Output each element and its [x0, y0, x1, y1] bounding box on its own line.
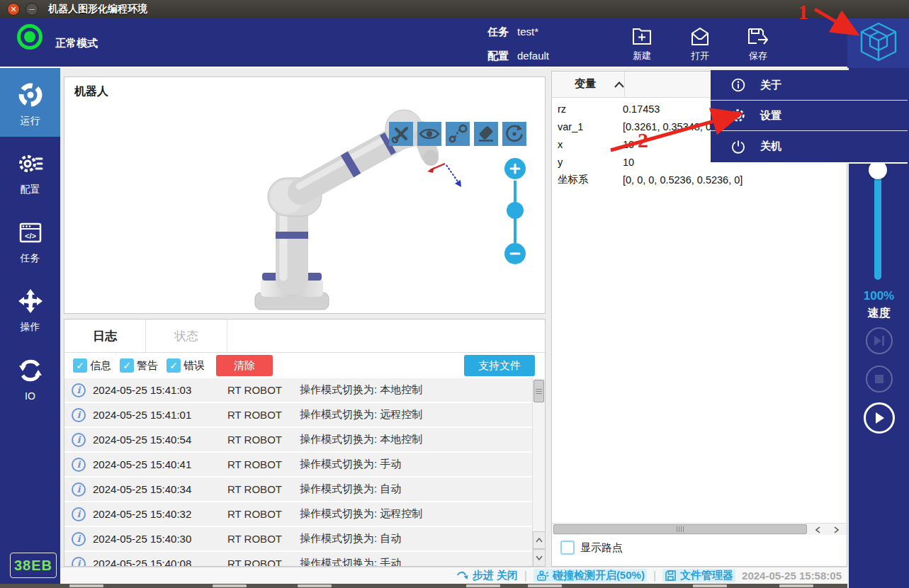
filter-warning-checkbox[interactable]: ✓	[120, 358, 134, 373]
file-manager-icon	[665, 570, 677, 582]
menu-item-about[interactable]: 关于	[711, 70, 908, 101]
sidebar-item-operate[interactable]: 操作	[0, 274, 60, 343]
scroll-left-button[interactable]	[810, 524, 825, 535]
info-icon: i	[72, 532, 86, 546]
run-icon	[16, 81, 45, 111]
log-panel: 日志 状态 ✓ 信息 ✓ 警告 ✓ 错误 清除 支持文件 i 2024-05-2…	[64, 319, 546, 567]
menu-item-settings[interactable]: 设置	[711, 101, 908, 131]
log-row[interactable]: i 2024-05-25 15:40:32 RT ROBOT 操作模式切换为: …	[64, 502, 533, 526]
annotation-label-1: 1	[798, 0, 808, 24]
app-menu-button[interactable]	[847, 18, 909, 68]
desktop-strip	[0, 584, 847, 588]
open-button[interactable]: 打开	[682, 18, 718, 68]
log-time: 2024-05-25 15:40:08	[93, 558, 210, 567]
window-close-button[interactable]: ✕	[7, 3, 20, 16]
save-button[interactable]: 保存	[740, 18, 777, 68]
step-mode-status[interactable]: 步进 关闭	[456, 569, 518, 582]
log-row[interactable]: i 2024-05-25 15:41:01 RT ROBOT 操作模式切换为: …	[64, 403, 533, 426]
log-source: RT ROBOT	[227, 434, 291, 446]
step-next-button[interactable]	[866, 327, 893, 354]
sidebar: 运行 配置 </>	[0, 68, 60, 584]
filter-error-label: 错误	[184, 359, 205, 373]
log-message: 操作模式切换为: 本地控制	[300, 433, 422, 446]
info-icon	[730, 78, 746, 92]
show-waypoints-checkbox[interactable]	[560, 541, 575, 555]
eraser-icon[interactable]	[474, 122, 498, 146]
scroll-down-button[interactable]	[533, 549, 546, 567]
sidebar-item-configure[interactable]: 配置	[0, 137, 60, 205]
log-row[interactable]: i 2024-05-25 15:40:34 RT ROBOT 操作模式切换为: …	[64, 477, 533, 501]
path-icon[interactable]	[446, 122, 470, 146]
speed-label: 速度	[849, 306, 909, 321]
sidebar-item-task[interactable]: </> 任务	[0, 205, 60, 274]
filter-info-checkbox[interactable]: ✓	[73, 358, 87, 373]
stop-button[interactable]	[866, 366, 893, 392]
speed-slider-track[interactable]	[874, 170, 881, 280]
support-file-button[interactable]: 支持文件	[464, 355, 535, 376]
statusbar-separator: |	[653, 570, 656, 582]
collision-detect-status[interactable]: 碰撞检测开启(50%)	[533, 569, 647, 582]
filter-error-checkbox[interactable]: ✓	[166, 358, 181, 373]
sidebar-item-io[interactable]: IO	[0, 343, 60, 412]
zoom-out-button[interactable]	[504, 243, 526, 264]
log-row[interactable]: i 2024-05-25 15:41:03 RT ROBOT 操作模式切换为: …	[64, 378, 533, 402]
task-icon: </>	[16, 218, 45, 249]
variable-value: 10	[623, 157, 634, 168]
statusbar: 步进 关闭 | 碰撞检测开启(50%) |	[60, 567, 847, 584]
robot-panel-title: 机器人	[74, 84, 108, 99]
tab-log[interactable]: 日志	[64, 320, 146, 353]
variable-name: y	[552, 157, 623, 168]
new-button[interactable]: 新建	[623, 18, 660, 68]
collision-icon	[536, 570, 549, 582]
play-button[interactable]	[864, 402, 895, 434]
log-time: 2024-05-25 15:41:01	[93, 409, 210, 421]
file-manager-label: 文件管理器	[680, 569, 733, 582]
log-row[interactable]: i 2024-05-25 15:40:30 RT ROBOT 操作模式切换为: …	[64, 527, 533, 550]
rotate-icon[interactable]	[502, 122, 526, 146]
app-window: ✕ ─ 机器人图形化编程环境 正常模式 任务test* 配置default 新建	[0, 0, 909, 588]
step-mode-label: 步进 关闭	[473, 569, 518, 582]
scrollbar-thumb[interactable]	[533, 380, 544, 402]
scrollbar-thumb[interactable]	[553, 524, 807, 534]
menu-item-label: 关于	[760, 79, 781, 92]
variable-name: var_1	[552, 121, 623, 132]
variables-horizontal-scrollbar[interactable]	[552, 523, 847, 535]
log-vertical-scrollbar[interactable]	[532, 378, 545, 567]
log-row[interactable]: i 2024-05-25 15:40:41 RT ROBOT 操作模式切换为: …	[64, 453, 533, 476]
task-field: 任务test*	[487, 26, 538, 39]
topbar-actions: 新建 打开	[623, 18, 777, 68]
scroll-up-button[interactable]	[533, 531, 546, 549]
show-waypoints-row: 显示路点	[560, 541, 623, 555]
config-value: default	[517, 50, 549, 62]
window-minimize-button[interactable]: ─	[26, 3, 38, 16]
filter-info-label: 信息	[90, 359, 111, 373]
sidebar-item-label: 操作	[21, 321, 40, 334]
log-row[interactable]: i 2024-05-25 15:40:54 RT ROBOT 操作模式切换为: …	[64, 428, 533, 451]
log-message: 操作模式切换为: 自动	[300, 532, 401, 545]
sidebar-item-label: 任务	[21, 252, 40, 265]
info-icon: i	[72, 408, 86, 422]
new-file-icon	[631, 26, 653, 47]
sidebar-item-label: IO	[25, 390, 35, 402]
menu-item-shutdown[interactable]: 关机	[711, 131, 908, 162]
operate-icon	[16, 287, 45, 317]
log-message: 操作模式切换为: 本地控制	[300, 383, 422, 397]
clear-button[interactable]: 清除	[216, 355, 273, 376]
log-row[interactable]: i 2024-05-25 15:40:08 RT ROBOT 操作模式切换为: …	[64, 552, 533, 567]
file-manager-status[interactable]: 文件管理器	[662, 569, 735, 582]
zoom-slider-handle[interactable]	[507, 202, 524, 219]
zoom-in-button[interactable]	[504, 158, 526, 179]
status-badge: 38EB	[10, 553, 57, 578]
variable-value: [0.3261, 0.35348, 0	[623, 121, 711, 132]
statusbar-clock: 2024-05-25 15:58:05	[742, 570, 842, 582]
config-label: 配置	[487, 50, 509, 62]
sidebar-item-run[interactable]: 运行	[0, 68, 60, 137]
tools-icon[interactable]	[389, 122, 413, 146]
variable-row[interactable]: 坐标系 [0, 0, 0, 0.5236, 0.5236, 0]	[552, 171, 847, 188]
eye-icon[interactable]	[417, 122, 441, 146]
tab-status[interactable]: 状态	[146, 320, 227, 353]
save-file-icon	[747, 26, 769, 47]
scroll-right-button[interactable]	[828, 524, 844, 535]
log-source: RT ROBOT	[227, 483, 291, 495]
status-indicator-icon	[17, 24, 43, 50]
